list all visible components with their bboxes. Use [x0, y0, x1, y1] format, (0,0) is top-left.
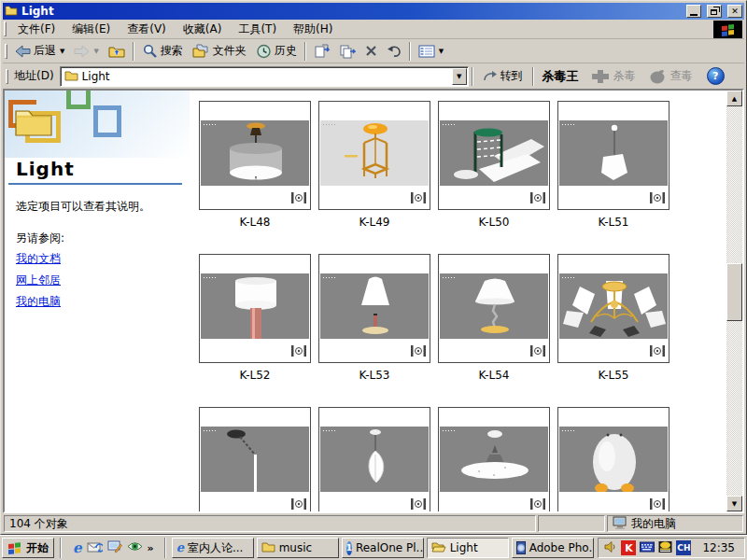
thumbnail-desk-lamp[interactable] [199, 407, 311, 511]
address-grip[interactable] [6, 69, 8, 84]
views-button[interactable]: ▼ [414, 40, 448, 63]
search-icon [142, 44, 158, 59]
move-to-button[interactable] [309, 40, 334, 63]
ime-mode-icon[interactable] [658, 540, 672, 556]
task-button-music[interactable]: music [257, 538, 339, 558]
undo-icon [387, 45, 402, 57]
address-bar: 地址(D) Light ▼ 转到 杀毒王 杀毒 查毒 ? [3, 63, 744, 89]
address-dropdown-button[interactable]: ▼ [452, 68, 467, 85]
file-item[interactable]: K-L49 [318, 101, 438, 230]
volume-icon[interactable] [604, 540, 617, 556]
start-button[interactable]: 开始 [2, 538, 54, 558]
menu-tools[interactable]: 工具(T) [230, 19, 285, 40]
copy-to-button[interactable] [334, 40, 360, 63]
minimize-button[interactable] [686, 5, 701, 18]
thumbnail-k-l52[interactable] [199, 254, 311, 363]
delete-x-icon [365, 45, 377, 57]
title-bar[interactable]: Light ✕ [3, 3, 744, 20]
thumbnail-leaf-pendant[interactable] [318, 407, 430, 511]
chandelier-art [559, 273, 669, 339]
status-empty-panel [538, 515, 605, 532]
folder-icon [261, 541, 275, 555]
file-item[interactable]: K-L53 [318, 254, 438, 383]
link-my-documents[interactable]: 我的文档 [5, 248, 190, 270]
antivirus-cross-icon [591, 68, 610, 85]
task-button-realone[interactable]: 1 RealOne Pl... [342, 538, 424, 558]
copy-to-icon [339, 44, 356, 59]
toolbar-grip[interactable] [5, 44, 7, 59]
scroll-down-button[interactable]: ▼ [726, 496, 742, 511]
go-button[interactable]: 转到 [476, 65, 529, 88]
menu-grip[interactable] [4, 21, 7, 36]
acdsee-quicklaunch-icon[interactable] [127, 540, 143, 555]
file-item[interactable] [438, 407, 557, 511]
scroll-up-button[interactable]: ▲ [726, 91, 742, 106]
mail-quicklaunch-icon[interactable] [87, 540, 103, 556]
file-item[interactable]: K-L52 [199, 254, 318, 383]
file-item[interactable]: K-L55 [557, 254, 677, 383]
search-button[interactable]: 搜索 [137, 40, 188, 63]
file-item[interactable]: K-L50 [438, 101, 557, 230]
status-object-count-panel: 104 个对象 [4, 515, 536, 532]
thumbnail-k-l53[interactable] [318, 254, 430, 363]
thumbnail-egg-lamp[interactable] [557, 407, 669, 511]
menu-file[interactable]: 文件(F) [9, 19, 63, 40]
image-type-icon [530, 498, 545, 511]
language-indicator[interactable]: CH [676, 540, 691, 555]
back-button[interactable]: 后退▼ [10, 40, 69, 63]
sidebar-description: 选定项目可以查看其说明。 [5, 198, 190, 216]
menu-favorites[interactable]: 收藏(A) [175, 19, 231, 40]
image-type-icon [411, 498, 426, 511]
thumbnail-k-l50[interactable] [438, 101, 550, 210]
close-button[interactable]: ✕ [727, 5, 742, 18]
antivirus-scan-button[interactable]: 查毒 [642, 68, 699, 84]
image-type-icon [291, 345, 306, 359]
thumbnail-k-l55[interactable] [557, 254, 669, 363]
file-item[interactable]: K-L48 [199, 101, 318, 230]
history-clock-icon [256, 44, 272, 59]
thumbnail-k-l54[interactable] [438, 254, 550, 363]
disc-pendant-art [440, 427, 550, 492]
ie-quicklaunch-icon[interactable]: e [73, 541, 82, 554]
quick-launch-overflow-chevron[interactable]: » [148, 542, 153, 554]
sidebar-banner [5, 91, 190, 158]
sidebar-rule [8, 183, 182, 185]
thumbnail-k-l49[interactable] [318, 101, 430, 210]
vertical-scrollbar[interactable]: ▲ ▼ [726, 91, 742, 511]
file-item[interactable] [557, 407, 677, 511]
history-button[interactable]: 历史 [251, 40, 302, 63]
gold-lantern-lamp-art [320, 120, 430, 186]
thumbnail-k-l48[interactable] [199, 101, 311, 210]
task-button-forum[interactable]: e 室内人论... [172, 538, 254, 558]
file-item[interactable]: K-L54 [438, 254, 557, 383]
address-combobox[interactable]: Light ▼ [60, 66, 469, 87]
restore-button[interactable] [707, 5, 722, 18]
undo-button[interactable] [382, 40, 406, 63]
kingsoft-tray-icon[interactable]: K [621, 540, 636, 555]
file-item[interactable] [199, 407, 318, 511]
scroll-thumb[interactable] [726, 263, 742, 321]
delete-button[interactable] [360, 40, 382, 63]
menu-edit[interactable]: 编辑(E) [63, 19, 119, 40]
menu-view[interactable]: 查看(V) [119, 19, 175, 40]
file-item[interactable] [318, 407, 438, 511]
task-button-light[interactable]: Light [427, 538, 509, 558]
task-button-photoshop[interactable]: Adobe Pho... [512, 538, 594, 558]
forward-button[interactable]: ▼ [69, 40, 103, 63]
clock[interactable]: 12:35 [695, 541, 739, 554]
thumbnail-k-l51[interactable] [557, 101, 669, 210]
link-my-computer[interactable]: 我的电脑 [5, 291, 190, 313]
ime-keyboard-icon[interactable] [640, 540, 655, 556]
desktop-quicklaunch-icon[interactable] [107, 540, 122, 556]
file-item[interactable]: K-L51 [557, 101, 677, 230]
up-button[interactable] [104, 40, 130, 63]
folders-button[interactable]: 文件夹 [188, 40, 251, 63]
menu-help[interactable]: 帮助(H) [285, 19, 341, 40]
sidebar-title: Light [5, 158, 190, 183]
thumbnail-disc-pendant[interactable] [438, 407, 550, 511]
back-arrow-icon [15, 45, 31, 58]
help-button[interactable]: ? [707, 67, 725, 85]
link-network-places[interactable]: 网上邻居 [5, 270, 190, 291]
forward-arrow-icon [74, 45, 90, 58]
antivirus-kill-button[interactable]: 杀毒 [585, 68, 642, 85]
